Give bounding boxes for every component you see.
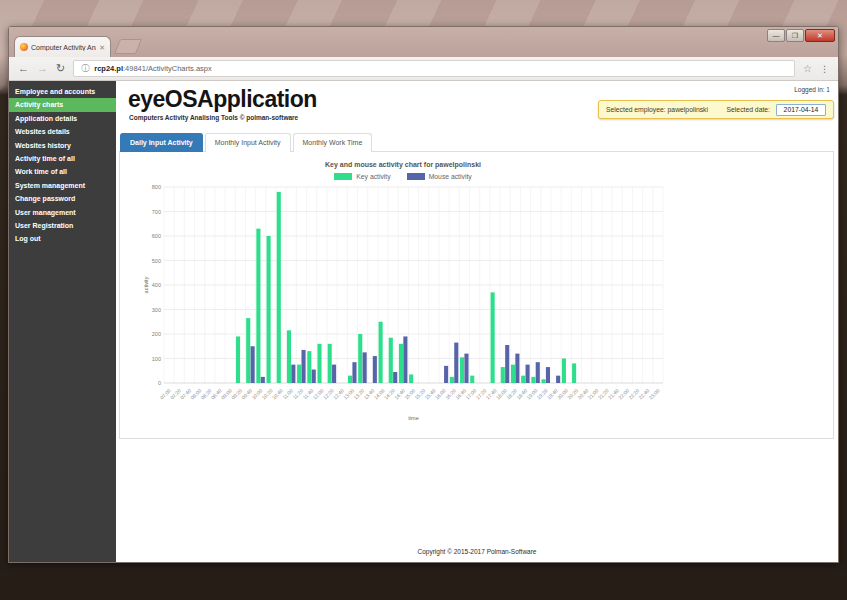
- new-tab-button[interactable]: [114, 39, 142, 54]
- svg-text:time: time: [408, 415, 418, 421]
- page-info-icon[interactable]: ⓘ: [81, 65, 89, 73]
- svg-text:700: 700: [152, 209, 161, 215]
- svg-text:0: 0: [158, 380, 161, 386]
- forward-icon[interactable]: →: [37, 63, 48, 74]
- mouse-activity-swatch: [407, 173, 425, 180]
- legend-mouse-label: Mouse activity: [429, 173, 472, 180]
- url-host: rcp24.pl: [94, 64, 123, 73]
- selection-bar: Selected employee: pawelpolinski Selecte…: [598, 100, 834, 119]
- legend-key-label: Key activity: [356, 173, 390, 180]
- chart-panel: Key and mouse activity chart for pawelpo…: [119, 152, 834, 439]
- svg-text:activity: activity: [143, 276, 149, 293]
- browser-tab[interactable]: Computer Activity Analiz ✕: [14, 36, 111, 57]
- address-bar: ← → ↻ ⓘ rcp24.pl:49841/ActivityCharts.as…: [9, 57, 838, 81]
- sidebar: Employee and accounts Activity charts Ap…: [9, 81, 116, 562]
- browser-window: Computer Activity Analiz ✕ — ❐ ✕ ← → ↻ ⓘ…: [8, 26, 839, 563]
- maximize-button[interactable]: ❐: [786, 29, 804, 42]
- window-controls: — ❐ ✕: [767, 29, 835, 42]
- browser-tabstrip: Computer Activity Analiz ✕ — ❐ ✕: [9, 27, 838, 57]
- tab-close-icon[interactable]: ✕: [99, 44, 105, 51]
- sidebar-item-websites-details[interactable]: Websites details: [9, 125, 116, 138]
- legend-key-activity: Key activity: [334, 173, 390, 180]
- sidebar-item-user-management[interactable]: User management: [9, 206, 116, 219]
- app-title: eyeOSApplication: [128, 86, 317, 113]
- site-favicon-icon: [20, 43, 28, 51]
- copyright-footer: Copyright © 2015-2017 Polman-Software: [116, 548, 838, 555]
- chart-tabs: Daily Input Activity Monthly Input Activ…: [119, 133, 834, 152]
- sidebar-item-system-management[interactable]: System management: [9, 179, 116, 192]
- url-path: :49841/ActivityCharts.aspx: [123, 64, 212, 73]
- legend-mouse-activity: Mouse activity: [407, 173, 472, 180]
- sidebar-item-change-password[interactable]: Change password: [9, 192, 116, 205]
- close-button[interactable]: ✕: [805, 29, 835, 42]
- svg-text:200: 200: [152, 331, 161, 337]
- tab-daily-input-activity[interactable]: Daily Input Activity: [120, 133, 203, 152]
- tab-title: Computer Activity Analiz: [31, 44, 96, 51]
- browser-menu-icon[interactable]: ⋮: [820, 64, 829, 74]
- main-content: eyeOSApplication Computers Activity Anal…: [116, 81, 838, 562]
- sidebar-item-websites-history[interactable]: Websites history: [9, 139, 116, 152]
- svg-text:11:20: 11:20: [291, 387, 304, 400]
- svg-text:500: 500: [152, 258, 161, 264]
- key-activity-swatch: [334, 173, 352, 180]
- activity-chart: 010020030040050060070080007:0007:2007:40…: [141, 182, 686, 432]
- selected-date-label: Selected date:: [727, 106, 770, 113]
- url-field[interactable]: ⓘ rcp24.pl:49841/ActivityCharts.aspx: [73, 60, 795, 77]
- minimize-button[interactable]: —: [767, 29, 785, 42]
- date-input[interactable]: [776, 104, 826, 116]
- sidebar-item-work-time-of-all[interactable]: Work time of all: [9, 165, 116, 178]
- chart-title: Key and mouse activity chart for pawelpo…: [120, 161, 686, 168]
- sidebar-item-application-details[interactable]: Application details: [9, 112, 116, 125]
- selected-employee-label: Selected employee: pawelpolinski: [606, 106, 721, 113]
- tab-monthly-input-activity[interactable]: Monthly Input Activity: [205, 133, 291, 152]
- sidebar-item-employee-and-accounts[interactable]: Employee and accounts: [9, 85, 116, 98]
- sidebar-item-user-registration[interactable]: User Registration: [9, 219, 116, 232]
- svg-text:800: 800: [152, 184, 161, 190]
- app-subtitle: Computers Activity Analising Tools © pol…: [129, 114, 298, 121]
- chart-legend: Key activity Mouse activity: [120, 173, 686, 180]
- svg-text:100: 100: [152, 356, 161, 362]
- reload-icon[interactable]: ↻: [56, 63, 65, 74]
- web-page: Employee and accounts Activity charts Ap…: [9, 81, 838, 562]
- bookmark-star-icon[interactable]: ☆: [803, 63, 812, 74]
- svg-text:400: 400: [152, 282, 161, 288]
- svg-text:11:00: 11:00: [281, 387, 294, 400]
- sidebar-item-activity-time-of-all[interactable]: Activity time of all: [9, 152, 116, 165]
- sidebar-item-activity-charts[interactable]: Activity charts: [9, 98, 116, 111]
- tab-monthly-work-time[interactable]: Monthly Work Time: [293, 133, 373, 152]
- sidebar-item-log-out[interactable]: Log out: [9, 232, 116, 245]
- logged-in-status: Logged in: 1: [794, 86, 830, 93]
- svg-text:300: 300: [152, 307, 161, 313]
- svg-text:600: 600: [152, 233, 161, 239]
- svg-text:23:00: 23:00: [648, 387, 661, 400]
- back-icon[interactable]: ←: [18, 63, 29, 74]
